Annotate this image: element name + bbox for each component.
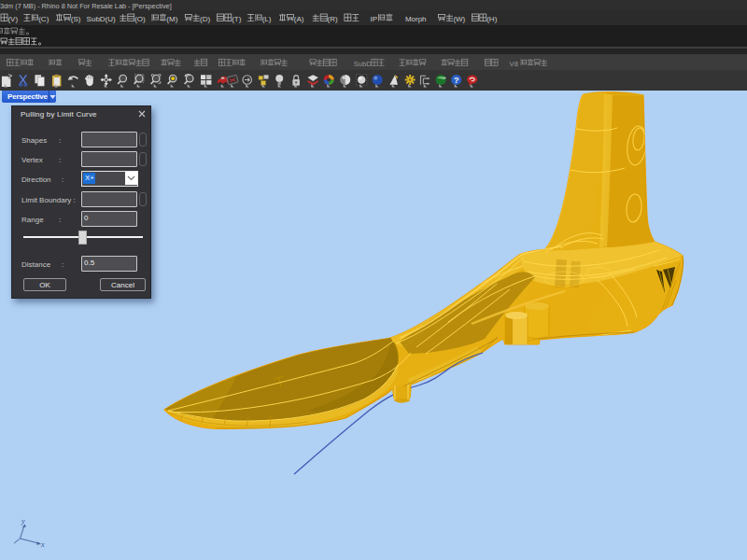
svg-text:x: x <box>40 540 45 549</box>
svg-text:y: y <box>21 517 25 525</box>
